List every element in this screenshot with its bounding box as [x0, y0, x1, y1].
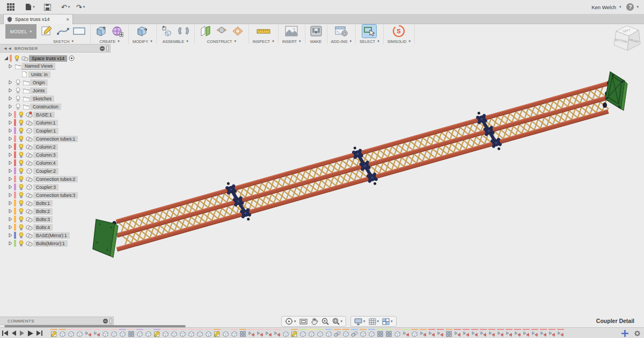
- save-icon[interactable]: [42, 2, 53, 12]
- browser-item-label[interactable]: Sketches: [30, 95, 54, 102]
- tab-close-icon[interactable]: ×: [66, 17, 69, 23]
- offset-plane-icon[interactable]: [199, 25, 213, 38]
- insert-image-icon[interactable]: [284, 25, 298, 38]
- visibility-bulb-icon[interactable]: [17, 144, 25, 150]
- browser-item-connection-tubes-1[interactable]: Connection tubes:1: [0, 135, 111, 143]
- visibility-bulb-icon[interactable]: [17, 120, 25, 126]
- timeline-feature-bx[interactable]: [119, 329, 126, 337]
- timeline-feature-pp[interactable]: [128, 329, 135, 337]
- select-icon[interactable]: [362, 25, 376, 38]
- browser-item-label[interactable]: Column:3: [33, 152, 58, 158]
- browser-item-base-mirror-1[interactable]: BASE(Mirror):1: [0, 231, 111, 239]
- document-tab[interactable]: Space truss v14 ×: [3, 14, 73, 24]
- timeline-feature-bx[interactable]: [411, 329, 418, 337]
- browser-item-joints[interactable]: Joints: [0, 86, 111, 94]
- browser-item-coupler-2[interactable]: Coupler:2: [0, 167, 111, 175]
- expand-arrow-icon[interactable]: [6, 241, 14, 246]
- visibility-bulb-icon[interactable]: [17, 192, 25, 198]
- browser-item-units-in[interactable]: Units: in: [0, 70, 111, 78]
- toolbar-group-label[interactable]: MODIFY▾: [133, 39, 152, 44]
- timeline-feature-bx[interactable]: [188, 329, 195, 337]
- zoom-icon[interactable]: [320, 317, 331, 326]
- expand-arrow-icon[interactable]: [6, 217, 14, 222]
- timeline-feature-bx[interactable]: [342, 329, 349, 337]
- timeline-feature-jt[interactable]: [428, 329, 435, 337]
- visibility-bulb-icon[interactable]: [17, 160, 25, 166]
- timeline-feature-jt[interactable]: [248, 329, 255, 337]
- measure-icon[interactable]: [257, 25, 270, 38]
- expand-arrow-icon[interactable]: [6, 177, 14, 181]
- timeline-feature-bx[interactable]: [145, 329, 152, 337]
- browser-item-label[interactable]: Column:2: [33, 144, 58, 150]
- timeline-feature-jt[interactable]: [488, 329, 495, 337]
- timeline-feature-bx[interactable]: [111, 329, 118, 337]
- orbit-icon[interactable]: ▾: [283, 317, 298, 326]
- visibility-bulb-icon[interactable]: [17, 184, 25, 190]
- comments-header[interactable]: COMMENTS: [0, 317, 114, 325]
- browser-item-construction[interactable]: Construction: [0, 102, 111, 111]
- midplane-icon[interactable]: [231, 25, 245, 38]
- timeline-feature-sk[interactable]: [50, 329, 57, 337]
- expand-arrow-icon[interactable]: [6, 209, 14, 214]
- toolbar-group-label[interactable]: ASSEMBLE▾: [163, 39, 188, 44]
- timeline-feature-jt[interactable]: [402, 329, 409, 337]
- expand-arrow-icon[interactable]: [6, 144, 14, 149]
- timeline-feature-jt[interactable]: [497, 329, 504, 337]
- visibility-bulb-icon[interactable]: [14, 79, 22, 85]
- browser-item-connection-tubes-2[interactable]: Connection tubes:2: [0, 175, 111, 183]
- browser-item-bolts-3[interactable]: Bolts:3: [0, 215, 111, 223]
- browser-item-label[interactable]: Coupler:1: [33, 128, 58, 134]
- file-menu-icon[interactable]: ▾: [25, 2, 35, 12]
- browser-item-label[interactable]: Bolts:3: [33, 216, 53, 223]
- expand-arrow-icon[interactable]: [6, 225, 14, 230]
- expand-arrow-icon[interactable]: [6, 168, 14, 173]
- timeline-feature-bx[interactable]: [222, 329, 229, 337]
- browser-item-label[interactable]: Connection tubes:3: [33, 192, 78, 199]
- activate-component-icon[interactable]: [69, 55, 75, 61]
- expand-arrow-icon[interactable]: [6, 80, 14, 85]
- visibility-bulb-icon[interactable]: [17, 152, 25, 158]
- timeline-feature-sk[interactable]: [214, 329, 221, 337]
- new-component-icon[interactable]: [160, 25, 174, 38]
- visibility-bulb-icon[interactable]: [17, 232, 25, 238]
- timeline-go-end-icon[interactable]: [35, 329, 43, 337]
- visibility-bulb-icon[interactable]: [17, 128, 25, 134]
- expand-arrow-icon[interactable]: [6, 193, 14, 197]
- timeline-feature-ln[interactable]: [334, 329, 341, 337]
- timeline-feature-jt[interactable]: [480, 329, 487, 337]
- timeline-feature-bx[interactable]: [68, 329, 75, 337]
- toolbar-group-label[interactable]: ADD-INS▾: [331, 39, 352, 44]
- timeline-feature-bx[interactable]: [102, 329, 109, 337]
- timeline-feature-pp[interactable]: [385, 329, 392, 337]
- help-menu[interactable]: ? ▾: [626, 3, 639, 11]
- timeline-feature-jt[interactable]: [420, 329, 427, 337]
- browser-item-bolts-4[interactable]: Bolts:4: [0, 223, 111, 231]
- visibility-bulb-icon[interactable]: [17, 136, 25, 142]
- visibility-bulb-icon[interactable]: [17, 200, 25, 206]
- browser-item-label[interactable]: Origin: [30, 79, 48, 86]
- timeline-feature-jt[interactable]: [523, 329, 530, 337]
- timeline-feature-bx[interactable]: [136, 329, 143, 337]
- browser-item-label[interactable]: Construction: [30, 104, 61, 110]
- fit-icon[interactable]: ▾: [331, 317, 345, 326]
- timeline-feature-bx[interactable]: [179, 329, 186, 337]
- visibility-bulb-icon[interactable]: [17, 112, 25, 117]
- timeline-feature-sk[interactable]: [153, 329, 160, 337]
- browser-item-origin[interactable]: Origin: [0, 78, 111, 86]
- collapse-panel-icon[interactable]: ◄◄: [3, 46, 12, 51]
- redo-icon[interactable]: ↷▾: [75, 2, 86, 12]
- browser-item-named-views[interactable]: Named Views: [0, 62, 111, 70]
- browser-item-space-truss-v14[interactable]: Space truss v14: [0, 54, 111, 62]
- panel-options-icon[interactable]: [100, 46, 105, 51]
- browser-item-bolts-1[interactable]: Bolts:1: [0, 199, 111, 207]
- expand-arrow-icon[interactable]: [6, 233, 14, 238]
- timeline-feature-jt[interactable]: [463, 329, 470, 337]
- expand-arrow-icon[interactable]: [6, 201, 14, 205]
- joint-icon[interactable]: [177, 25, 191, 38]
- timeline-feature-jt[interactable]: [265, 329, 272, 337]
- user-account-menu[interactable]: Ken Welch ▾: [591, 4, 621, 10]
- toolbar-group-label[interactable]: SKETCH▾: [53, 39, 74, 44]
- browser-item-bolts-mirror-1[interactable]: Bolts(Mirror):1: [0, 239, 111, 247]
- timeline-feature-bx[interactable]: [171, 329, 178, 337]
- undo-icon[interactable]: ↶▾: [60, 2, 71, 12]
